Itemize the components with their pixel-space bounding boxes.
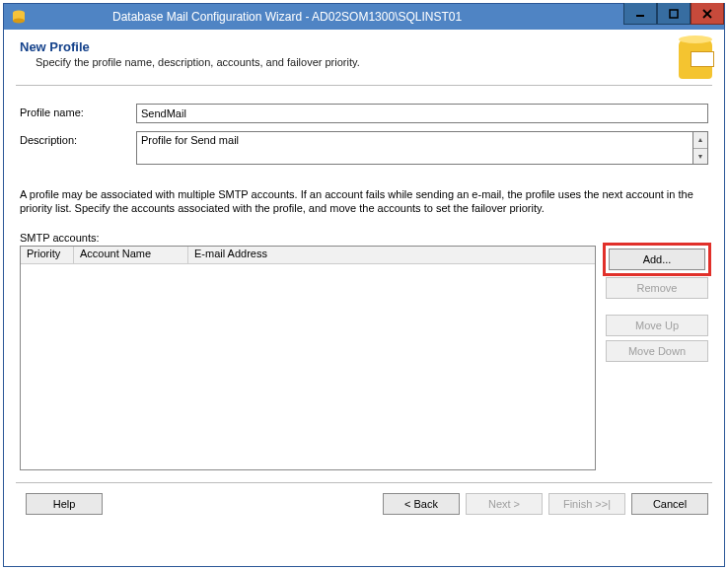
move-up-button: Move Up — [606, 315, 708, 336]
add-button[interactable]: Add... — [609, 249, 705, 270]
window-controls — [623, 4, 724, 30]
wizard-window: Database Mail Configuration Wizard - AD0… — [3, 3, 725, 567]
grid-body — [21, 264, 595, 469]
description-input[interactable] — [136, 131, 692, 165]
back-button[interactable]: < Back — [383, 493, 460, 515]
page-subtitle: Specify the profile name, description, a… — [20, 54, 657, 68]
maximize-button[interactable] — [657, 3, 691, 25]
move-down-button: Move Down — [606, 340, 708, 362]
svg-point-2 — [13, 19, 25, 24]
remove-button: Remove — [606, 277, 708, 299]
col-email[interactable]: E-mail Address — [188, 247, 595, 263]
svg-rect-4 — [670, 10, 678, 18]
minimize-button[interactable] — [623, 3, 657, 25]
col-priority[interactable]: Priority — [21, 247, 74, 263]
smtp-accounts-grid[interactable]: Priority Account Name E-mail Address — [20, 246, 596, 470]
description-label: Description: — [20, 131, 136, 146]
profile-name-input[interactable] — [136, 104, 708, 123]
page-title: New Profile — [20, 39, 657, 54]
wizard-footer: Help < Back Next > Finish >>| Cancel — [16, 482, 712, 525]
page-header: New Profile Specify the profile name, de… — [16, 30, 712, 86]
profile-name-label: Profile name: — [20, 104, 136, 118]
col-account-name[interactable]: Account Name — [74, 247, 188, 263]
scroll-down-icon[interactable]: ▼ — [693, 149, 707, 165]
finish-button: Finish >>| — [548, 493, 625, 515]
mail-database-icon — [657, 36, 712, 79]
close-button[interactable] — [691, 3, 724, 25]
next-button: Next > — [466, 493, 543, 515]
add-button-highlight: Add... — [603, 243, 711, 276]
help-button[interactable]: Help — [26, 493, 103, 515]
grid-header: Priority Account Name E-mail Address — [21, 247, 595, 264]
info-text: A profile may be associated with multipl… — [16, 173, 712, 226]
app-icon — [10, 8, 28, 26]
titlebar[interactable]: Database Mail Configuration Wizard - AD0… — [4, 4, 724, 30]
description-scroll: ▲ ▼ — [692, 131, 708, 165]
scroll-up-icon[interactable]: ▲ — [693, 132, 707, 149]
cancel-button[interactable]: Cancel — [631, 493, 708, 515]
window-title: Database Mail Configuration Wizard - AD0… — [34, 10, 623, 24]
